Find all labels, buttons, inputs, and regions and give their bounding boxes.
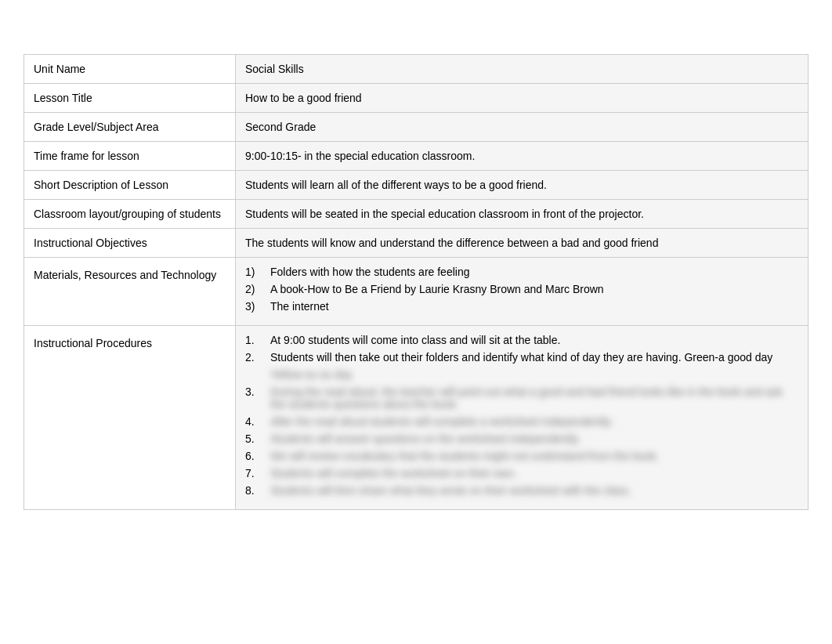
table-row: Time frame for lesson9:00-10:15- in the … [24, 142, 808, 171]
list-item: 2.Students will then take out their fold… [245, 351, 798, 364]
list-text: Students will then share what they wrote… [270, 484, 631, 497]
list-text: At 9:00 students will come into class an… [270, 334, 560, 346]
materials-value: 1)Folders with how the students are feel… [236, 258, 808, 326]
row-value: Students will learn all of the different… [236, 171, 808, 200]
table-row: Lesson TitleHow to be a good friend [24, 84, 808, 113]
table-row: Unit NameSocial Skills [24, 55, 808, 84]
list-num: 3) [245, 300, 264, 313]
list-text: During the read aloud, the teacher will … [270, 385, 798, 411]
list-item: 2)A book-How to Be a Friend by Laurie Kr… [245, 283, 798, 295]
list-num: 2) [245, 283, 264, 295]
row-value: 9:00-10:15- in the special education cla… [236, 142, 808, 171]
list-num: 7. [245, 467, 264, 479]
list-item: 6.We will review vocabulary that the stu… [245, 450, 798, 462]
row-label: Lesson Title [24, 84, 236, 113]
table-row: Classroom layout/grouping of studentsStu… [24, 200, 808, 229]
lesson-table: Unit NameSocial SkillsLesson TitleHow to… [24, 54, 808, 510]
row-label: Grade Level/Subject Area [24, 113, 236, 142]
list-num: 4. [245, 415, 264, 428]
row-value: Second Grade [236, 113, 808, 142]
list-text: The internet [270, 300, 329, 313]
row-label: Short Description of Lesson [24, 171, 236, 200]
list-text: We will review vocabulary that the stude… [270, 450, 659, 462]
list-item: 3)The internet [245, 300, 798, 313]
list-text: Students will then take out their folder… [270, 351, 772, 364]
list-text: Students will answer questions on the wo… [270, 432, 581, 445]
row-value: Social Skills [236, 55, 808, 84]
table-row: Instructional ObjectivesThe students wil… [24, 229, 808, 258]
list-num: 1) [245, 266, 264, 278]
list-num: 6. [245, 450, 264, 462]
list-item: 7.Students will complete the worksheet o… [245, 467, 798, 479]
list-text: After the read aloud students will compl… [270, 415, 613, 428]
list-text: Students will complete the worksheet on … [270, 467, 516, 479]
row-label: Classroom layout/grouping of students [24, 200, 236, 229]
list-item: 1)Folders with how the students are feel… [245, 266, 798, 278]
row-value: The students will know and understand th… [236, 229, 808, 258]
list-item: 3.During the read aloud, the teacher wil… [245, 385, 798, 411]
list-item: 8.Students will then share what they wro… [245, 484, 798, 497]
name-header [24, 16, 808, 42]
table-row: Short Description of LessonStudents will… [24, 171, 808, 200]
materials-label: Materials, Resources and Technology [24, 258, 236, 326]
list-text: A book-How to Be a Friend by Laurie Kras… [270, 283, 604, 295]
list-text: Folders with how the students are feelin… [270, 266, 469, 278]
row-label: Time frame for lesson [24, 142, 236, 171]
list-num [245, 368, 264, 381]
row-value: How to be a good friend [236, 84, 808, 113]
procedures-label: Instructional Procedures [24, 326, 236, 510]
procedures-value: 1.At 9:00 students will come into class … [236, 326, 808, 510]
list-num: 5. [245, 432, 264, 445]
row-label: Instructional Objectives [24, 229, 236, 258]
list-num: 2. [245, 351, 264, 364]
list-item: 1.At 9:00 students will come into class … [245, 334, 798, 346]
list-item: 5.Students will answer questions on the … [245, 432, 798, 445]
list-item: 4.After the read aloud students will com… [245, 415, 798, 428]
row-label: Unit Name [24, 55, 236, 84]
list-num: 1. [245, 334, 264, 346]
materials-row: Materials, Resources and Technology1)Fol… [24, 258, 808, 326]
list-text: Yellow-so so day [270, 368, 353, 381]
list-num: 8. [245, 484, 264, 497]
list-num: 3. [245, 385, 264, 411]
table-row: Grade Level/Subject AreaSecond Grade [24, 113, 808, 142]
row-value: Students will be seated in the special e… [236, 200, 808, 229]
list-item: Yellow-so so day [245, 368, 798, 381]
procedures-row: Instructional Procedures1.At 9:00 studen… [24, 326, 808, 510]
